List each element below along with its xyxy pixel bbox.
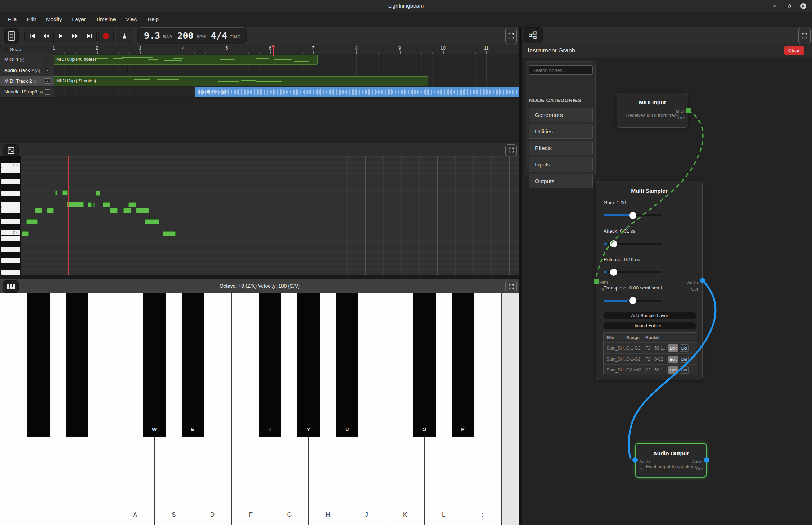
play-button[interactable] [54, 29, 68, 43]
key-lane-white-key[interactable] [1, 236, 20, 241]
param-slider[interactable] [604, 214, 662, 216]
media-library-button[interactable] [4, 28, 19, 44]
menu-item-view[interactable]: View [121, 12, 143, 27]
timeline-playhead[interactable] [273, 45, 274, 56]
slider-knob[interactable] [629, 212, 636, 219]
menu-item-layer[interactable]: Layer [67, 12, 91, 27]
track-header-audio-track-2[interactable]: Audio Track 2[A]- [0, 65, 54, 76]
track-header-noodle-18-mp3[interactable]: Noodle 18.mp3[A]- [0, 87, 54, 97]
piano-roll-playhead[interactable] [68, 156, 69, 275]
audio-output-out-connector[interactable] [704, 457, 709, 463]
graph-mode-button[interactable] [523, 27, 543, 43]
menu-item-edit[interactable]: Edit [22, 12, 41, 27]
black-key-P[interactable]: P [452, 293, 474, 437]
midi-in-connector[interactable] [594, 279, 599, 284]
delete-button[interactable]: Del [680, 344, 689, 352]
black-key-T[interactable]: T [259, 293, 281, 437]
midi-note[interactable] [103, 202, 110, 207]
midi-note[interactable] [96, 191, 100, 196]
midi-note[interactable] [62, 190, 68, 195]
delete-button[interactable]: Del [680, 356, 689, 363]
midi-note[interactable] [93, 202, 95, 207]
key-lane-white-key[interactable] [1, 202, 20, 207]
black-key-Y[interactable]: Y [297, 293, 320, 437]
delete-button[interactable]: Del [680, 366, 689, 374]
midi-note[interactable] [35, 208, 42, 213]
black-key-U[interactable]: U [336, 293, 358, 437]
key-lane-white-key[interactable] [1, 219, 20, 224]
key-lane-white-key[interactable] [1, 247, 20, 252]
category-button-outputs[interactable]: Outputs [529, 174, 593, 188]
snap-checkbox[interactable] [3, 47, 8, 52]
keyboard-mode-button[interactable] [3, 280, 19, 293]
track-lane[interactable]: Noodle 18.mp3 [54, 87, 519, 97]
track-header-midi-track-2[interactable]: MIDI Track 2[A]- [0, 76, 54, 86]
category-button-utilities[interactable]: Utilities [529, 124, 593, 139]
midi-note[interactable] [67, 202, 84, 207]
node-multi-sampler[interactable]: Multi Sampler Gain: 1.00Attack: 0.01 ssR… [596, 181, 703, 380]
search-input[interactable] [529, 65, 593, 75]
track-checkbox[interactable]: - [45, 68, 50, 73]
track-header-midi-1[interactable]: MIDI 1[A]- [0, 54, 54, 65]
menu-item-file[interactable]: File [3, 12, 22, 27]
category-button-effects[interactable]: Effects [529, 141, 593, 155]
midi-clip[interactable]: MIDI Clip (40 notes) [54, 55, 318, 65]
menu-item-help[interactable]: Help [143, 12, 164, 27]
edit-button[interactable]: Edit [668, 366, 678, 374]
audio-in-connector[interactable] [632, 457, 638, 463]
black-key-E[interactable]: E [182, 293, 204, 437]
black-key[interactable] [27, 293, 50, 437]
param-slider[interactable] [604, 300, 662, 302]
midi-note[interactable] [123, 208, 131, 213]
add-sample-layer-button[interactable]: Add Sample Layer [603, 312, 696, 319]
track-checkbox[interactable]: - [45, 89, 50, 95]
track-lane[interactable]: MIDI Clip (21 notes) [54, 76, 519, 86]
midi-note[interactable] [26, 219, 38, 224]
menu-item-modify[interactable]: Modify [41, 12, 67, 27]
midi-note[interactable] [163, 231, 176, 236]
node-audio-output[interactable]: Audio Output Final output to speakers Au… [635, 443, 707, 478]
category-button-generators[interactable]: Generators [529, 108, 593, 122]
audio-out-connector[interactable] [700, 278, 705, 283]
black-key-O[interactable]: O [413, 293, 436, 437]
midi-note[interactable] [145, 219, 159, 224]
track-checkbox[interactable]: - [45, 57, 50, 62]
record-button[interactable] [98, 29, 114, 43]
midi-note[interactable] [136, 208, 149, 213]
fast-forward-button[interactable] [68, 29, 82, 43]
key-lane-white-key[interactable] [1, 179, 20, 184]
slider-knob[interactable] [629, 297, 636, 304]
node-midi-input[interactable]: MIDI Input Receives MIDI from track MIDI… [617, 93, 688, 128]
track-checkbox[interactable]: - [45, 78, 50, 84]
import-folder-button[interactable]: Import Folder... [603, 322, 696, 329]
key-lane-white-key[interactable] [1, 207, 20, 213]
key-lane-white-key[interactable] [1, 191, 20, 196]
slider-knob[interactable] [610, 240, 617, 247]
midi-note[interactable] [128, 202, 136, 207]
graph-expand-button[interactable] [798, 28, 811, 44]
white-key[interactable] [501, 293, 519, 525]
midi-note[interactable] [22, 231, 29, 236]
edit-button[interactable]: Edit [668, 356, 678, 363]
piano-roll-mode-button[interactable] [3, 144, 19, 156]
midi-note[interactable] [55, 190, 57, 195]
midi-out-connector[interactable] [686, 108, 691, 113]
minimize-chevron-icon[interactable] [771, 3, 778, 9]
midi-clip[interactable]: MIDI Clip (21 notes) [54, 76, 428, 86]
midi-note[interactable] [110, 208, 118, 213]
metronome-button[interactable] [117, 29, 132, 43]
piano-roll-grid[interactable] [21, 156, 519, 275]
key-lane-white-key[interactable] [1, 258, 20, 263]
slider-knob[interactable] [610, 269, 617, 276]
skip-start-button[interactable] [25, 29, 39, 43]
param-slider[interactable] [604, 271, 662, 273]
track-lane[interactable]: MIDI Clip (40 notes) [54, 54, 519, 65]
param-slider[interactable] [604, 243, 662, 245]
piano-roll-expand-button[interactable] [505, 144, 517, 156]
midi-note[interactable] [47, 208, 54, 213]
skip-end-button[interactable] [82, 29, 96, 43]
audio-clip[interactable]: Noodle 18.mp3 [195, 87, 520, 97]
close-icon[interactable] [800, 3, 807, 9]
category-button-inputs[interactable]: Inputs [529, 157, 593, 172]
key-lane-white-key[interactable] [1, 168, 20, 173]
